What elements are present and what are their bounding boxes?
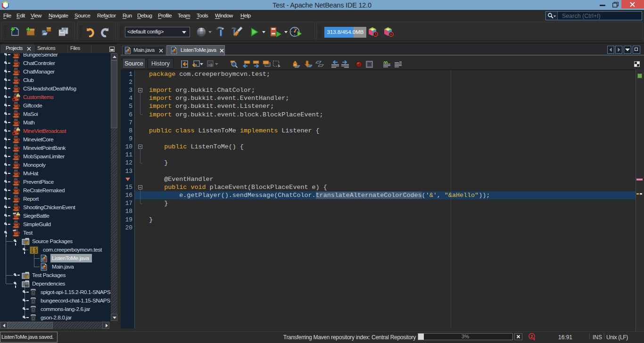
svg-text:2: 2 xyxy=(530,334,533,339)
